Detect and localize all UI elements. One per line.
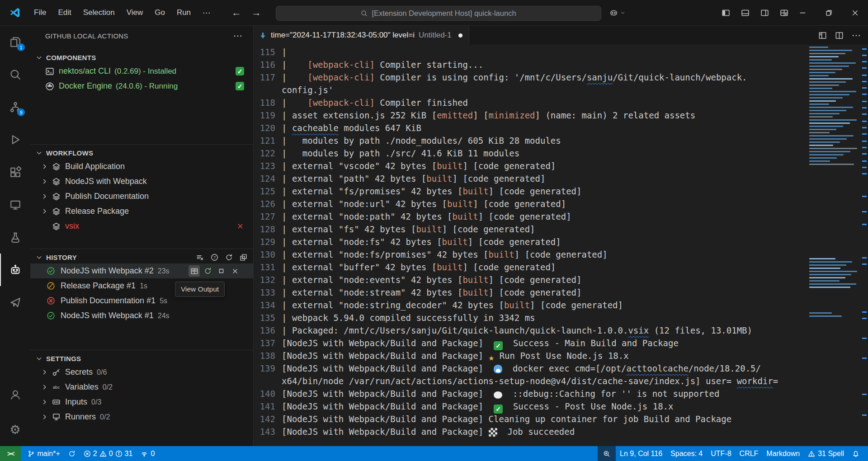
- editor-line: 135| webpack 5.94.0 compiled successfull…: [254, 311, 807, 324]
- editor-line: 137[NodeJS with Webpack/Build and Packag…: [254, 337, 807, 349]
- editor-tab[interactable]: time="2024-11-17T18:32:43-05:00" level=i…: [254, 26, 469, 45]
- activity-item-testing[interactable]: [0, 221, 30, 254]
- statusbar-encoding[interactable]: UTF-8: [707, 446, 735, 461]
- maximize-button[interactable]: [816, 0, 842, 25]
- statusbar-git-branch[interactable]: main*+: [24, 446, 64, 461]
- layout-controls: [722, 0, 788, 25]
- side-by-side-preview-icon[interactable]: [818, 31, 827, 40]
- statusbar-cursor-position[interactable]: Ln 9, Col 116: [616, 446, 666, 461]
- activity-item-github-actions[interactable]: [0, 286, 30, 319]
- statusbar-git-sync[interactable]: [64, 446, 80, 461]
- workflow-label: Build Application: [65, 162, 125, 171]
- stop-icon[interactable]: [216, 265, 227, 277]
- forward-arrow-icon[interactable]: →: [251, 7, 261, 19]
- toggle-primary-sidebar-icon[interactable]: [722, 9, 730, 17]
- statusbar-indentation[interactable]: Spaces: 4: [666, 446, 707, 461]
- chevron-right-icon[interactable]: [41, 369, 48, 376]
- statusbar-language-mode[interactable]: Markdown: [762, 446, 804, 461]
- dismiss-icon[interactable]: [229, 265, 241, 277]
- component-item[interactable]: Docker Engine(24.0.6) - Running✓: [30, 79, 253, 94]
- minimize-button[interactable]: [789, 0, 816, 25]
- menu-selection[interactable]: Selection: [77, 5, 121, 20]
- history-item[interactable]: NodeJS with Webpack #223s: [30, 263, 253, 278]
- refresh-icon[interactable]: [223, 252, 234, 263]
- remote-indicator[interactable]: ><: [0, 446, 21, 461]
- chevron-down-icon: [36, 150, 42, 156]
- section-header-components[interactable]: COMPONENTS: [30, 51, 253, 64]
- activity-item-search[interactable]: [0, 58, 30, 91]
- statusbar-ports[interactable]: 0: [137, 446, 159, 461]
- chevron-right-icon[interactable]: [41, 193, 48, 200]
- clear-history-icon[interactable]: [194, 252, 205, 263]
- editor-line: 142[NodeJS with Webpack/Build and Packag…: [254, 413, 807, 425]
- toggle-secondary-sidebar-icon[interactable]: [760, 9, 769, 17]
- more-actions-icon[interactable]: ⋯: [233, 30, 243, 41]
- log-file-icon: [259, 32, 267, 39]
- emoji-docker-icon: [494, 365, 502, 373]
- workflow-item-vsix[interactable]: vsix: [30, 219, 253, 234]
- restart-icon[interactable]: [202, 265, 213, 277]
- view-output-icon[interactable]: [189, 265, 200, 277]
- statusbar-notifications[interactable]: [848, 446, 863, 461]
- close-button[interactable]: [842, 0, 868, 25]
- editor-content[interactable]: 115|116| [webpack-cli] Compiler starting…: [254, 45, 807, 446]
- line-number: 124: [254, 172, 275, 185]
- chevron-right-icon[interactable]: [41, 178, 48, 185]
- chevron-right-icon[interactable]: [41, 163, 48, 170]
- activity-item-github-local-actions[interactable]: [0, 254, 30, 286]
- toggle-panel-icon[interactable]: [741, 9, 750, 17]
- line-number: 131: [254, 261, 275, 273]
- more-actions-icon[interactable]: ⋯: [852, 30, 861, 41]
- section-header-history[interactable]: HISTORY?: [30, 251, 253, 263]
- activity-item-run-and-debug[interactable]: [0, 123, 30, 156]
- help-icon[interactable]: ?: [209, 252, 220, 263]
- line-text: [NodeJS with Webpack/Build and Package] …: [275, 362, 761, 375]
- minimap[interactable]: [807, 45, 860, 446]
- chevron-right-icon[interactable]: [41, 414, 48, 420]
- settings-item-secrets[interactable]: Secrets0/6: [30, 365, 253, 380]
- customize-layout-icon[interactable]: [780, 9, 788, 17]
- workflow-item-nodejs-with-webpack[interactable]: NodeJS with Webpack: [30, 174, 253, 189]
- activity-item-settings-gear[interactable]: ⚙: [0, 414, 30, 446]
- line-text: | [webpack-cli] Compiler is using config…: [275, 71, 747, 84]
- layers-icon: [52, 192, 61, 201]
- statusbar-problems[interactable]: 2031: [80, 446, 137, 461]
- menu-edit[interactable]: Edit: [52, 5, 77, 20]
- section-header-settings[interactable]: SETTINGS: [30, 352, 253, 365]
- activity-item-explorer[interactable]: 1: [0, 26, 30, 58]
- workflow-item-release-package[interactable]: Release Package: [30, 204, 253, 219]
- menu-file[interactable]: File: [28, 5, 52, 20]
- workflow-item-build-application[interactable]: Build Application: [30, 159, 253, 174]
- chevron-right-icon[interactable]: [41, 208, 48, 215]
- settings-item-variables[interactable]: abcVariables0/2: [30, 380, 253, 395]
- settings-label: Variables: [65, 382, 99, 392]
- menu-view[interactable]: View: [121, 5, 149, 20]
- collapse-all-icon[interactable]: [238, 252, 249, 263]
- menu-[interactable]: ⋯: [197, 5, 216, 20]
- statusbar-spell-checker[interactable]: 31 Spell: [804, 446, 848, 461]
- back-arrow-icon[interactable]: ←: [231, 7, 241, 19]
- history-item[interactable]: NodeJS with Webpack #124s: [30, 308, 253, 323]
- settings-item-inputs[interactable]: Inputs0/3: [30, 395, 253, 409]
- activity-item-remote-explorer[interactable]: [0, 188, 30, 221]
- menu-go[interactable]: Go: [149, 5, 171, 20]
- command-center[interactable]: [Extension Development Host] quick-launc…: [276, 6, 601, 21]
- settings-item-runners[interactable]: Runners0/2: [30, 409, 253, 424]
- history-row-actions: [189, 265, 241, 277]
- workflow-item-publish-documentation[interactable]: Publish Documentation: [30, 189, 253, 204]
- split-editor-icon[interactable]: [835, 31, 844, 40]
- chevron-right-icon[interactable]: [41, 384, 48, 390]
- modified-dot-icon[interactable]: [458, 33, 462, 38]
- activity-item-extensions[interactable]: [0, 156, 30, 188]
- statusbar-zoom-indicator[interactable]: [598, 446, 616, 461]
- chevron-right-icon[interactable]: [41, 399, 48, 405]
- section-header-workflows[interactable]: WORKFLOWS: [30, 146, 253, 159]
- menu-run[interactable]: Run: [171, 5, 197, 20]
- statusbar-eol[interactable]: CRLF: [736, 446, 763, 461]
- activity-item-source-control[interactable]: 9: [0, 91, 30, 123]
- component-item[interactable]: nektos/act CLI(0.2.69) - Installed✓: [30, 64, 253, 79]
- editor-line: 128| external "fs" 42 bytes [built] [cod…: [254, 223, 807, 235]
- account-icon: [9, 389, 21, 400]
- copilot-button[interactable]: [609, 6, 625, 20]
- activity-item-accounts[interactable]: [0, 378, 30, 411]
